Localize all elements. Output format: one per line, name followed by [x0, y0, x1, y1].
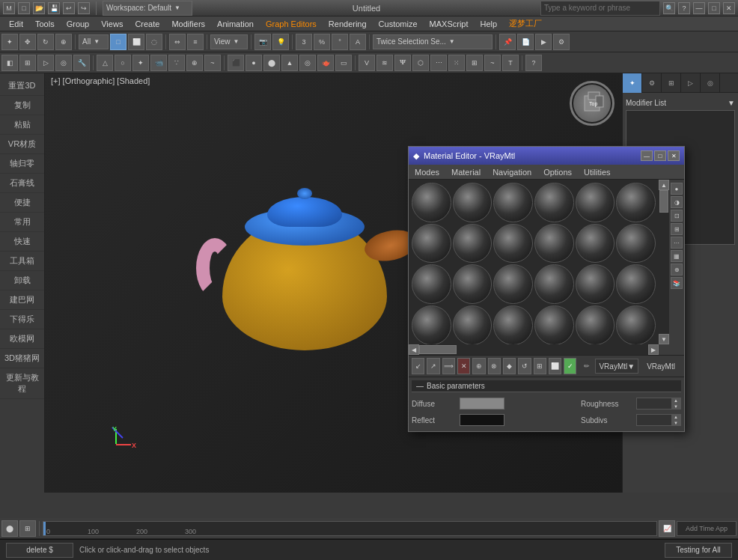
material-ball-16[interactable] [534, 264, 574, 304]
subdivs-up-btn[interactable]: ▲ [671, 414, 680, 420]
save-icon[interactable]: 💾 [48, 2, 60, 14]
plane-icon[interactable]: ▭ [335, 55, 352, 71]
sidebar-item-oumowang[interactable]: 欧模网 [0, 329, 44, 349]
select-icon[interactable]: ✦ [1, 34, 18, 50]
menu-animation[interactable]: Animation [211, 18, 260, 30]
hscrollbar-left-btn[interactable]: ◀ [409, 344, 419, 355]
material-ball-4[interactable] [534, 183, 574, 222]
subdivs-input[interactable]: 8 [637, 416, 671, 424]
reset-maps-icon[interactable]: ↺ [518, 358, 531, 374]
set-key-btn[interactable]: ⬤ [1, 520, 18, 537]
subdivs-down-btn[interactable]: ▼ [671, 420, 680, 426]
grass-icon[interactable]: 𝚿 [394, 55, 411, 71]
get-material-icon[interactable]: ↙ [412, 358, 424, 374]
render-settings-icon[interactable]: ⚙ [553, 34, 570, 50]
sidebar-item-unload[interactable]: 卸载 [0, 271, 44, 290]
material-ball-17[interactable] [576, 264, 615, 304]
side-btn-sample-type[interactable]: ◑ [671, 196, 683, 208]
dialog-maximize-btn[interactable]: □ [654, 150, 666, 161]
dialog-close-btn[interactable]: ✕ [668, 150, 680, 161]
spacewarps-icon[interactable]: ~ [204, 55, 221, 71]
help2-icon[interactable]: ? [525, 55, 542, 71]
dialog-menu-modes[interactable]: Modes [409, 166, 445, 178]
paste-material-icon[interactable]: ⊗ [488, 358, 501, 374]
roughness-down-btn[interactable]: ▼ [671, 404, 680, 410]
rotate-icon[interactable]: ↻ [37, 34, 54, 50]
minimize-icon[interactable]: — [693, 2, 705, 14]
torus-icon[interactable]: ◎ [299, 55, 316, 71]
material-ball-11[interactable] [576, 224, 615, 264]
show-end-icon[interactable]: ⬜ [549, 358, 561, 374]
side-btn-sample-uv[interactable]: ⋯ [671, 237, 683, 249]
material-ball-22[interactable] [534, 305, 574, 344]
new-icon[interactable]: □ [18, 2, 30, 14]
mirror-icon[interactable]: ⇔ [169, 34, 186, 50]
sidebar-item-axisnull[interactable]: 轴归零 [0, 154, 44, 174]
material-ball-9[interactable] [493, 224, 533, 264]
material-grid-scrollbar[interactable]: ▲ ▼ [659, 180, 669, 344]
motion-icon[interactable]: ▷ [37, 55, 54, 71]
show-map-icon[interactable]: ⊞ [534, 358, 546, 374]
side-btn-background[interactable]: ⊞ [671, 223, 683, 235]
side-btn-video-color[interactable]: ▦ [671, 250, 683, 262]
selection-dropdown[interactable]: Twice Selection Se... ▼ [373, 34, 492, 49]
sidebar-item-common[interactable]: 常用 [0, 213, 44, 232]
material-ball-13[interactable] [412, 264, 451, 304]
make-unique-icon[interactable]: ◆ [503, 358, 516, 374]
material-ball-19[interactable] [412, 305, 451, 344]
sidebar-item-jianba[interactable]: 建巴网 [0, 290, 44, 310]
lights2-icon[interactable]: ✦ [132, 55, 149, 71]
material-ball-23[interactable] [576, 305, 615, 344]
sidebar-item-copy[interactable]: 复制 [0, 96, 44, 115]
scrollbar-thumb[interactable] [659, 190, 668, 213]
proxy-icon[interactable]: ⬡ [412, 55, 429, 71]
roughness-up-btn[interactable]: ▲ [671, 398, 680, 404]
search-input[interactable] [540, 1, 660, 16]
numeric-icon[interactable]: 3 [296, 34, 312, 50]
align-icon[interactable]: ≡ [187, 34, 204, 50]
material-name-dropdown[interactable]: VRayMtl ▼ [595, 359, 638, 374]
assign-material-icon[interactable]: ⟹ [442, 358, 455, 374]
angle-icon[interactable]: ° [332, 34, 348, 50]
sidebar-item-update[interactable]: 更新与教程 [0, 368, 44, 399]
menu-tools[interactable]: Tools [29, 18, 61, 30]
scatter-icon[interactable]: ⁙ [448, 55, 465, 71]
menu-modifiers[interactable]: Modifiers [165, 18, 211, 30]
sidebar-item-reset3d[interactable]: 重置3D [0, 76, 44, 96]
side-btn-backlight[interactable]: ⊡ [671, 210, 683, 222]
sidebar-item-3d-pig[interactable]: 3D猪猪网 [0, 349, 44, 368]
rpanel-tab-create[interactable]: ✦ [623, 73, 642, 93]
sidebar-item-vrmtl[interactable]: VR材质 [0, 135, 44, 154]
view-dropdown[interactable]: View ▼ [210, 34, 248, 49]
rpanel-tab-display[interactable]: ◎ [701, 73, 720, 93]
roughness-input[interactable]: 0.0 [637, 400, 671, 408]
help-icon[interactable]: ? [678, 2, 690, 14]
dialog-menu-utilities[interactable]: Utilities [578, 166, 616, 178]
hscrollbar-track[interactable] [419, 344, 648, 355]
nav-cube[interactable]: Top [570, 81, 615, 126]
material-ball-15[interactable] [493, 264, 533, 304]
menu-create[interactable]: Create [129, 18, 165, 30]
menu-views[interactable]: Views [95, 18, 129, 30]
side-btn-mat-lib[interactable]: 📚 [671, 277, 683, 289]
rpanel-tab-motion[interactable]: ▷ [681, 73, 701, 93]
side-btn-sphere[interactable]: ● [671, 183, 683, 195]
scrollbar-track[interactable] [659, 190, 669, 334]
named-sel-icon[interactable]: 📌 [499, 34, 516, 50]
checker-icon[interactable]: ✓ [564, 358, 576, 374]
material-ball-21[interactable] [493, 305, 533, 344]
camera2-icon[interactable]: 📹 [150, 55, 167, 71]
rpanel-tab-modify[interactable]: ⚙ [642, 73, 662, 93]
sidebar-item-paste[interactable]: 粘贴 [0, 115, 44, 135]
hscrollbar-thumb[interactable] [419, 345, 457, 354]
dialog-menu-material[interactable]: Material [445, 166, 487, 178]
box-icon[interactable]: ⬛ [228, 55, 244, 71]
sidebar-item-plasterline[interactable]: 石膏线 [0, 174, 44, 193]
move-icon[interactable]: ✥ [19, 34, 36, 50]
open-minicruve-btn[interactable]: 📈 [659, 520, 675, 537]
menu-rendering[interactable]: Rendering [323, 18, 373, 30]
layer-icon[interactable]: 📄 [517, 34, 534, 50]
close-icon[interactable]: ✕ [723, 2, 735, 14]
particles-icon[interactable]: ∵ [168, 55, 185, 71]
menu-edit[interactable]: Edit [3, 18, 29, 30]
